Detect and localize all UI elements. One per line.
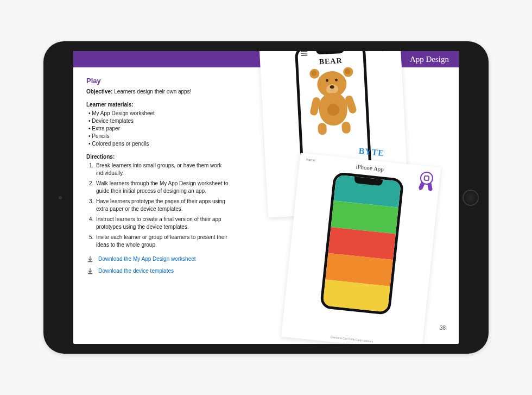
hamburger-icon (301, 51, 307, 55)
award-ribbon-icon (417, 171, 435, 194)
list-item: Pencils (88, 133, 235, 140)
list-item: Extra paper (88, 125, 235, 133)
download-link-worksheet[interactable]: Download the My App Design worksheet (98, 255, 196, 263)
phone-template (320, 172, 404, 315)
award-ribbon-icon (379, 51, 396, 54)
materials-list: My App Design worksheet Device templates… (88, 110, 235, 148)
list-item: Colored pens or pencils (88, 140, 235, 148)
worksheet-area: Name: iPhone App BEAR (247, 62, 459, 344)
download-icon (86, 267, 94, 275)
materials-heading: Learner materials: (86, 101, 235, 109)
text-column: Play Objective: Learners design their ow… (73, 67, 242, 344)
page-number: 38 (440, 325, 446, 331)
worksheet-byte: Name: iPhone App BYTE (281, 153, 441, 344)
list-item: Instruct learners to create a final vers… (95, 216, 235, 231)
list-item: Break learners into small groups, or hav… (95, 162, 235, 177)
play-heading: Play (86, 76, 235, 86)
directions-heading: Directions: (86, 153, 235, 161)
list-item: Have learners prototype the pages of the… (95, 198, 235, 213)
page-content: Play Objective: Learners design their ow… (73, 67, 459, 344)
ipad-home-button[interactable] (463, 190, 479, 206)
download-row-worksheet[interactable]: Download the My App Design worksheet (86, 255, 235, 263)
objective-line: Objective: Learners design their own app… (86, 88, 235, 96)
app-name-bear: BEAR (298, 55, 364, 67)
bear-drawing (308, 70, 357, 132)
ipad-device-frame: App Design Play Objective: Learners desi… (43, 41, 489, 354)
ipad-camera (59, 196, 62, 199)
download-icon (86, 255, 94, 263)
objective-text: Learners design their own apps! (112, 89, 191, 95)
list-item: My App Design worksheet (88, 110, 235, 117)
download-link-templates[interactable]: Download the device templates (98, 267, 174, 275)
directions-list: Break learners into small groups, or hav… (95, 162, 235, 249)
objective-label: Objective: (86, 89, 112, 95)
list-item: Invite each learner or group of learners… (95, 234, 235, 249)
worksheet-footer: Everyone Can Code Early Learners (282, 330, 422, 344)
list-item: Walk learners through the My App Design … (95, 180, 235, 195)
download-row-templates[interactable]: Download the device templates (86, 267, 235, 275)
list-item: Device templates (88, 117, 235, 125)
phone-notch (316, 51, 345, 55)
ipad-screen: App Design Play Objective: Learners desi… (73, 51, 459, 344)
